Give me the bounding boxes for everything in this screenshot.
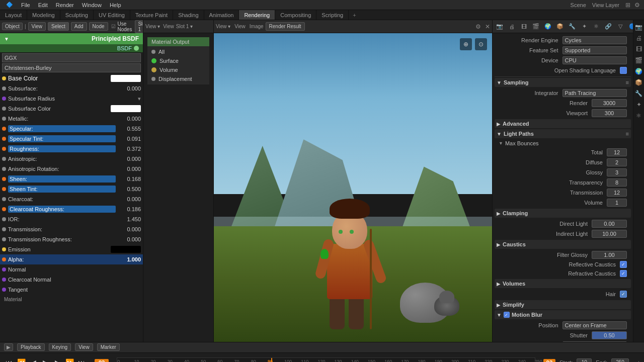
max-bounces-header[interactable]: ▼ Max Bounces	[495, 139, 631, 147]
transmission-value-input[interactable]	[607, 189, 627, 197]
object-side-icon[interactable]: 📦	[634, 77, 644, 87]
blender-menu[interactable]: 🔷	[2, 0, 17, 10]
render-samples-input[interactable]	[592, 99, 627, 107]
clamping-header[interactable]: ▶ Clamping	[495, 209, 631, 218]
object-dropdown[interactable]: Object	[2, 23, 23, 30]
world-props-icon[interactable]: 🌍	[543, 22, 553, 32]
specular-value[interactable]: 0.555	[116, 126, 141, 132]
bsdf-header[interactable]: ▼ Principled BSDF	[0, 33, 143, 44]
transparency-value-input[interactable]	[607, 178, 627, 187]
clearcoat-socket[interactable]	[2, 197, 6, 201]
subsurface-method-select[interactable]: Christensen-Burley	[2, 63, 141, 72]
view-btn[interactable]: View	[28, 22, 46, 31]
motion-blur-enable-check[interactable]: ✓	[504, 312, 510, 318]
specular-tint-value[interactable]: 0.091	[116, 136, 141, 142]
emission-swatch[interactable]	[111, 246, 141, 253]
position-select[interactable]: Center on Frame	[562, 321, 627, 329]
settings-icon[interactable]: ⚙	[634, 2, 640, 9]
integrator-select[interactable]: Path Tracing	[562, 89, 627, 97]
view-dropdown[interactable]: View ▾	[145, 24, 160, 29]
tab-shading[interactable]: Shading	[173, 10, 204, 20]
direct-light-input[interactable]	[592, 220, 627, 228]
viewport-maximize-icon[interactable]: ✕	[485, 23, 490, 30]
roughness-socket[interactable]	[2, 147, 6, 151]
node-btn[interactable]: Node	[89, 22, 108, 31]
view-layer-side-icon[interactable]: 🎞	[634, 44, 644, 54]
subsurface-socket[interactable]	[2, 86, 6, 90]
normal-socket[interactable]	[2, 267, 6, 272]
use-nodes-check[interactable]: ☑	[111, 24, 116, 29]
transmission-roughness-socket[interactable]	[2, 237, 6, 241]
anisotropic-rotation-value[interactable]: 0.000	[116, 166, 141, 172]
sheen-value[interactable]: 0.168	[116, 176, 141, 182]
view-left[interactable]: View ▾	[216, 24, 230, 29]
add-btn[interactable]: Add	[71, 22, 87, 31]
ior-socket[interactable]	[2, 217, 6, 221]
light-paths-options-icon[interactable]: ≡	[626, 131, 629, 137]
tab-modeling[interactable]: Modeling	[27, 10, 60, 20]
distribution-select[interactable]: GGX	[2, 53, 141, 62]
indirect-light-input[interactable]	[592, 230, 627, 238]
jump-end-btn[interactable]: ⏭	[76, 357, 87, 362]
clearcoat-roughness-value[interactable]: 0.186	[116, 206, 141, 212]
render-engine-side-icon[interactable]: 📷	[634, 22, 644, 32]
constraints-icon[interactable]: 🔗	[603, 22, 613, 32]
alpha-value[interactable]: 1.000	[116, 256, 141, 262]
view-label[interactable]: View	[75, 343, 93, 351]
viewport-settings-icon[interactable]: ⚙	[475, 23, 481, 30]
playback-label[interactable]: Playback	[17, 343, 45, 351]
data-icon[interactable]: ▽	[615, 22, 625, 32]
tangent-socket[interactable]	[2, 288, 6, 292]
anisotropic-rotation-socket[interactable]	[2, 167, 6, 171]
all-socket[interactable]	[151, 50, 155, 54]
fps-icon[interactable]: ♪	[637, 359, 640, 362]
subsurface-color-swatch[interactable]	[111, 105, 141, 112]
keying-label[interactable]: Keying	[49, 343, 71, 351]
volumes-header[interactable]: ▶ Volumes	[495, 279, 631, 288]
displacement-socket[interactable]	[151, 77, 155, 81]
transmission-roughness-value[interactable]: 0.000	[116, 236, 141, 242]
step-forward-btn[interactable]: ▶	[52, 357, 62, 362]
advanced-header[interactable]: ▶ Advanced	[495, 119, 631, 128]
refractive-caustics-check[interactable]: ✓	[620, 270, 627, 277]
fullscreen-icon[interactable]: ⊞	[625, 2, 630, 9]
output-side-icon[interactable]: 🖨	[634, 33, 644, 43]
clearcoat-normal-socket[interactable]	[2, 278, 6, 282]
tab-animation[interactable]: Animation	[204, 10, 239, 20]
view-layer-icon[interactable]: 🎞	[519, 22, 529, 32]
viewport-samples-input[interactable]	[592, 109, 627, 117]
sheen-socket[interactable]	[2, 177, 6, 181]
prev-keyframe-btn[interactable]: ⏪	[16, 357, 26, 362]
sheen-tint-socket[interactable]	[2, 187, 6, 191]
ior-value[interactable]: 1.450	[116, 216, 141, 222]
anisotropic-socket[interactable]	[2, 157, 6, 161]
device-select[interactable]: CPU	[562, 56, 627, 64]
tab-layout[interactable]: Layout	[0, 10, 27, 20]
caustics-header[interactable]: ▶ Caustics	[495, 240, 631, 249]
osl-checkbox[interactable]	[620, 67, 627, 74]
filter-glossy-input[interactable]	[592, 251, 627, 259]
next-keyframe-btn[interactable]: ⏩	[64, 357, 74, 362]
physics-side-icon[interactable]: ⚛	[634, 111, 644, 121]
object-props-icon[interactable]: 📦	[555, 22, 565, 32]
metallic-socket[interactable]	[2, 117, 6, 121]
file-menu[interactable]: File	[17, 0, 34, 10]
tab-uv-editing[interactable]: UV Editing	[94, 10, 130, 20]
render-menu[interactable]: Render	[52, 0, 78, 10]
scene-side-icon[interactable]: 🎬	[634, 55, 644, 65]
zoom-icon[interactable]: ⊙	[475, 38, 487, 50]
physics-icon[interactable]: ⚛	[591, 22, 601, 32]
simplify-header[interactable]: ▶ Simplify	[495, 300, 631, 309]
slot-dropdown[interactable]: Slot 1	[135, 20, 143, 33]
specular-tint-socket[interactable]	[2, 137, 6, 141]
roughness-value[interactable]: 0.372	[116, 146, 141, 152]
light-paths-header[interactable]: ▼ Light Paths ≡	[495, 129, 631, 138]
clearcoat-roughness-socket[interactable]	[2, 207, 6, 211]
surface-socket[interactable]	[151, 58, 156, 63]
world-side-icon[interactable]: 🌍	[634, 66, 644, 76]
render-engine-select[interactable]: Cycles	[562, 36, 627, 44]
help-menu[interactable]: Help	[106, 0, 125, 10]
diffuse-value-input[interactable]	[607, 158, 627, 166]
modifier-icon[interactable]: 🔧	[567, 22, 577, 32]
material-props-icon[interactable]: 🔵	[627, 22, 633, 32]
